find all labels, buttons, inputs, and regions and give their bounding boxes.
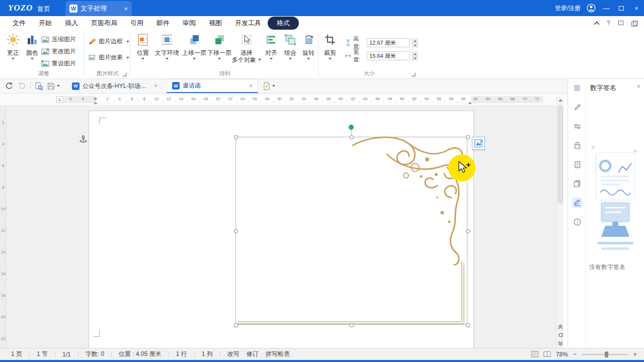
spin-down-icon[interactable] (412, 56, 418, 60)
left-indent-marker[interactable] (94, 102, 98, 104)
scrollbar-thumb[interactable] (558, 105, 563, 204)
status-column[interactable]: 1 列 (202, 350, 213, 358)
height-stepper[interactable] (412, 39, 418, 47)
pen-tool-icon[interactable] (572, 102, 582, 112)
document-page[interactable] (89, 111, 474, 348)
tab-file[interactable]: 文件 (6, 17, 32, 30)
zoom-out-button[interactable]: − (573, 350, 577, 358)
toolbar-dropdown-caret-icon[interactable] (57, 85, 60, 87)
save-button[interactable] (47, 82, 55, 90)
pane-menu-icon[interactable] (572, 83, 582, 93)
select-objects-button[interactable]: 选择 多个对象 (232, 32, 261, 72)
reset-picture-button[interactable]: 重设图片 (41, 59, 76, 68)
vertical-ruler[interactable]: 246810121416182022 (0, 105, 7, 348)
send-backward-button[interactable]: 下移一层 (207, 32, 231, 72)
new-document-caret-icon[interactable] (272, 85, 275, 87)
home-tab[interactable]: 首页 (37, 5, 50, 14)
settings-sliders-icon[interactable] (572, 121, 582, 131)
selected-image-frame[interactable] (235, 137, 467, 325)
bring-forward-button[interactable]: 上移一层 (182, 32, 206, 72)
tab-review[interactable]: 审阅 (176, 17, 202, 30)
correct-button[interactable]: 更正 (4, 32, 22, 72)
resize-handle-se[interactable] (466, 323, 470, 327)
status-section[interactable]: 1 节 (37, 350, 48, 358)
resize-handle-nw[interactable] (234, 135, 238, 139)
notebook-icon[interactable] (572, 159, 582, 169)
resize-handle-sw[interactable] (234, 323, 238, 327)
login-link[interactable]: 登录/注册 (555, 4, 581, 13)
status-page[interactable]: 1 页 (11, 350, 22, 358)
right-indent-marker[interactable] (468, 102, 472, 104)
app-module-tab[interactable]: W 文字处理 × (65, 1, 132, 16)
print-preview-button[interactable] (35, 82, 43, 90)
document-canvas[interactable]: 246810121416182022 (0, 105, 556, 348)
spin-up-icon[interactable] (412, 39, 418, 43)
first-line-indent-marker[interactable] (94, 98, 98, 101)
rotation-handle[interactable] (349, 125, 354, 130)
group-button[interactable]: 组合 (282, 32, 299, 72)
select-browse-object-icon[interactable] (558, 333, 563, 337)
app-tab-close-icon[interactable]: × (124, 5, 128, 13)
status-overtype[interactable]: 改写 (227, 350, 239, 358)
vertical-scrollbar[interactable] (556, 97, 564, 348)
tab-stop-selector[interactable]: L (56, 96, 63, 103)
tab-insert[interactable]: 插入 (58, 17, 85, 30)
change-picture-button[interactable]: 更改图片 (41, 47, 76, 56)
compress-picture-button[interactable]: 压缩图片 (41, 35, 76, 44)
restore-window-icon[interactable] (618, 21, 623, 25)
new-document-button[interactable] (263, 82, 270, 90)
picture-effects-button[interactable]: 图片效果 (89, 53, 129, 62)
tab-page-layout[interactable]: 页面布局 (85, 17, 124, 30)
rotate-button[interactable]: 旋转 (300, 32, 317, 72)
status-revision[interactable]: 修订 (247, 350, 259, 358)
next-page-icon[interactable] (558, 341, 563, 346)
undo-button[interactable] (5, 82, 13, 90)
zoom-slider-thumb[interactable] (605, 351, 608, 357)
align-button[interactable]: 对齐 (263, 32, 280, 72)
help-circle-icon[interactable]: ? (572, 217, 582, 227)
read-view-icon[interactable] (543, 351, 551, 357)
tab-developer[interactable]: 开发工具 (228, 17, 268, 30)
copy-pages-icon[interactable] (572, 178, 582, 189)
resize-handle-s[interactable] (350, 323, 354, 327)
layout-options-button[interactable] (472, 137, 485, 150)
status-position[interactable]: 位置 : 4.05 厘米 (119, 350, 162, 358)
minimize-button[interactable]: — (599, 0, 614, 16)
tab-format-active[interactable]: 格式 (268, 17, 299, 30)
tab-mailings[interactable]: 邮件 (150, 17, 176, 30)
doc-tab-close-icon[interactable]: × (154, 82, 157, 89)
resize-handle-n[interactable] (350, 135, 354, 139)
collapse-ribbon-icon[interactable] (594, 21, 599, 27)
zoom-percent[interactable]: 78% (556, 351, 568, 358)
panel-close-icon[interactable]: × (636, 82, 640, 90)
resize-handle-w[interactable] (234, 229, 238, 233)
doc-tab-close-icon[interactable]: × (249, 82, 253, 89)
close-button[interactable]: × (629, 0, 644, 16)
doc-tab-2-active[interactable]: W 邀请函 × (167, 79, 258, 93)
previous-page-icon[interactable] (558, 324, 563, 329)
zoom-in-button[interactable]: + (633, 350, 637, 358)
position-button[interactable]: 位置 (134, 32, 152, 72)
zoom-slider[interactable] (582, 354, 628, 355)
resize-handle-e[interactable] (466, 229, 470, 233)
status-line[interactable]: 1 行 (176, 350, 187, 358)
tab-home[interactable]: 开始 (32, 17, 58, 30)
arrange-windows-icon[interactable] (631, 21, 637, 26)
tab-references[interactable]: 引用 (124, 17, 150, 30)
account-avatar-icon[interactable] (584, 0, 599, 16)
width-input[interactable]: 15.64 厘米 (367, 51, 410, 60)
dialog-launcher-icon[interactable] (411, 72, 416, 77)
help-icon[interactable]: ? (607, 19, 610, 27)
doc-tab-1[interactable]: W 公众号次条-HYL-职场修... × (67, 79, 163, 93)
height-input[interactable]: 12.67 厘米 (367, 38, 410, 47)
print-layout-view-icon[interactable] (531, 351, 538, 357)
picture-border-button[interactable]: 图片边框 (89, 37, 129, 46)
lock-icon[interactable] (572, 140, 582, 150)
tab-view[interactable]: 视图 (202, 17, 228, 30)
resize-handle-ne[interactable] (466, 135, 470, 139)
color-button[interactable]: 颜色 (23, 32, 41, 72)
status-word-count[interactable]: 字数: 0 (86, 350, 104, 358)
crop-button[interactable]: 裁剪 (321, 32, 339, 72)
maximize-button[interactable] (614, 0, 629, 16)
text-wrap-button[interactable]: 文字环绕 (154, 32, 180, 72)
